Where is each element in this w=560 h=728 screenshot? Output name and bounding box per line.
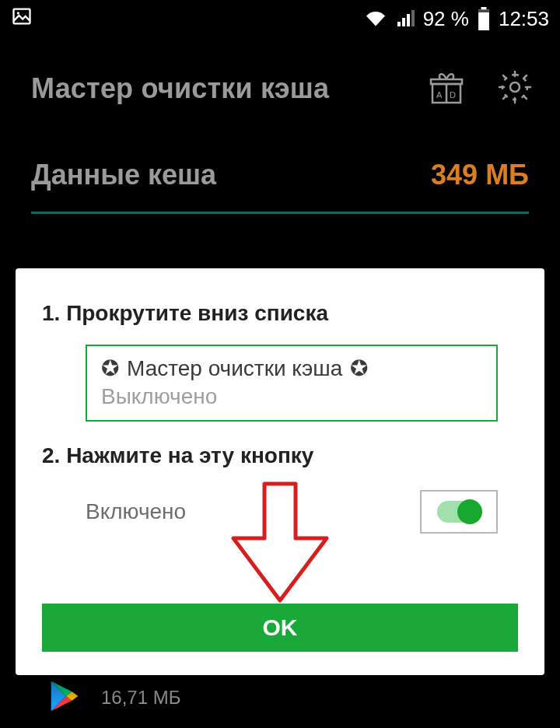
- svg-rect-0: [14, 9, 30, 23]
- bg-item-size: 16,71 МБ: [101, 687, 180, 709]
- svg-rect-4: [407, 14, 410, 26]
- list-example-name: Мастер очистки кэша: [127, 356, 342, 381]
- svg-rect-8: [478, 9, 489, 12]
- cache-underline: [31, 212, 529, 214]
- svg-text:D: D: [450, 90, 456, 100]
- status-bar: 92 % 12:53: [0, 0, 560, 37]
- status-right: 92 % 12:53: [364, 7, 549, 31]
- settings-gear-icon[interactable]: [496, 68, 534, 109]
- play-store-icon: [47, 678, 82, 717]
- step1-title: 1. Прокрутите вниз списка: [42, 301, 518, 326]
- step2-title: 2. Нажмите на эту кнопку: [42, 443, 518, 468]
- cache-data-row[interactable]: Данные кеша 349 МБ: [0, 159, 560, 225]
- battery-percent: 92 %: [423, 7, 469, 31]
- image-notification-icon: [11, 5, 33, 33]
- svg-rect-5: [411, 10, 415, 26]
- svg-rect-2: [397, 22, 401, 26]
- page-title: Мастер очистки кэша: [31, 72, 329, 105]
- status-left: [11, 5, 33, 33]
- cache-value: 349 МБ: [431, 159, 529, 191]
- ok-button-label: OK: [263, 614, 298, 641]
- svg-point-1: [17, 12, 19, 14]
- bg-list-item: 16,71 МБ: [47, 678, 180, 717]
- accessibility-list-example: ✪ Мастер очистки кэша ✪ Выключено: [86, 345, 498, 422]
- switch-on-icon: [437, 501, 481, 523]
- ok-button[interactable]: OK: [42, 604, 518, 652]
- toggle-example-box: [420, 490, 498, 534]
- list-example-status: Выключено: [101, 384, 482, 409]
- star-icon: ✪: [350, 355, 368, 381]
- svg-point-14: [510, 82, 520, 92]
- enabled-label: Включено: [86, 499, 186, 524]
- app-header: Мастер очистки кэша A D: [0, 37, 560, 140]
- gift-ad-icon[interactable]: A D: [428, 68, 465, 109]
- wifi-icon: [364, 9, 387, 28]
- instruction-dialog: 1. Прокрутите вниз списка ✪ Мастер очист…: [16, 268, 544, 675]
- svg-rect-6: [481, 7, 486, 9]
- star-icon: ✪: [101, 355, 119, 381]
- cellular-signal-icon: [395, 9, 415, 28]
- svg-text:A: A: [436, 90, 443, 100]
- svg-rect-11: [431, 79, 462, 84]
- battery-icon: [477, 7, 491, 30]
- svg-rect-7: [478, 9, 489, 30]
- svg-rect-3: [402, 18, 405, 26]
- status-time: 12:53: [499, 7, 549, 31]
- cache-label: Данные кеша: [31, 159, 216, 191]
